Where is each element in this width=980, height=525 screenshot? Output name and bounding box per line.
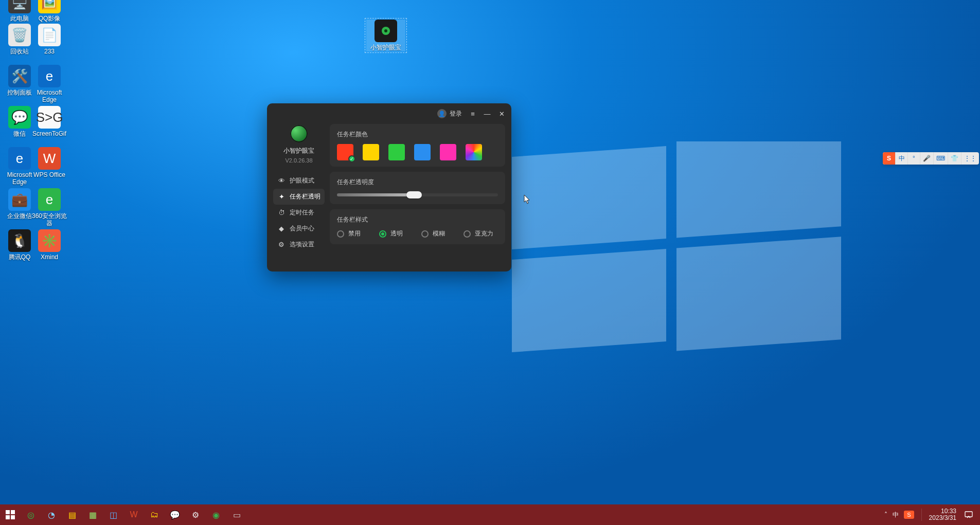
tray-clock[interactable]: 10:33 2023/3/31 <box>929 508 956 521</box>
tray-chevron-up-icon[interactable]: ˄ <box>884 511 887 518</box>
taskbar-app-wps[interactable]: W <box>123 504 144 525</box>
panel-taskbar-transparency: 任务栏透明度 <box>330 172 505 204</box>
textfile-icon: 📄 <box>38 24 61 46</box>
ime-toolbar[interactable]: S 中 ° 🎤 ⌨ 👕 ⋮⋮ <box>883 152 979 165</box>
app-titlebar[interactable]: 👤 登录 ≡ — ✕ <box>267 103 511 124</box>
desktop-icon-qqimage[interactable]: 🖼️ QQ影像 <box>30 0 69 23</box>
icon-label: 360安全浏览器 <box>30 213 69 227</box>
taskbar-app-settings[interactable]: ⚙ <box>185 504 206 525</box>
menu-taskbar-transparency[interactable]: ✦ 任务栏透明 <box>273 189 325 205</box>
xmind-icon: ✳️ <box>38 229 61 252</box>
ime-keyboard-icon[interactable]: ⌨ <box>933 152 948 165</box>
menu-eye-mode[interactable]: 👁 护眼模式 <box>273 173 325 189</box>
svg-rect-2 <box>512 249 666 352</box>
taskbar-app-360[interactable]: ◎ <box>21 504 41 525</box>
app-content: 任务栏颜色 ✓ 任务栏透明度 <box>330 124 505 265</box>
taskbar-app-eye-protector[interactable]: ◉ <box>206 504 226 525</box>
login-label: 登录 <box>450 110 462 118</box>
ime-more-icon[interactable]: ⋮⋮ <box>961 152 979 165</box>
desktop-icon-360-browser[interactable]: e 360安全浏览器 <box>30 188 69 227</box>
radio-label: 亚克力 <box>475 229 493 238</box>
menu-label: 定时任务 <box>290 208 314 217</box>
desktop-icon-edge-1[interactable]: e Microsoft Edge <box>30 65 69 104</box>
swatch-blue[interactable] <box>414 144 431 160</box>
svg-rect-7 <box>6 510 10 514</box>
diamond-icon: ◆ <box>277 225 286 233</box>
wps-icon: W <box>38 147 61 170</box>
sparkle-icon: ✦ <box>277 193 286 201</box>
radio-dot-icon <box>464 230 471 238</box>
radio-label: 透明 <box>390 229 403 238</box>
menu-scheduled-tasks[interactable]: ⏱ 定时任务 <box>273 205 325 221</box>
app-logo-icon <box>290 125 308 142</box>
ime-voice-icon[interactable]: 🎤 <box>920 152 933 165</box>
slider-thumb[interactable] <box>406 191 422 198</box>
taskbar-app-wechat[interactable]: 💬 <box>165 504 185 525</box>
panel-title: 任务栏样式 <box>337 215 498 224</box>
recycle-icon: 🗑️ <box>8 24 31 46</box>
tray-ime-brand-icon[interactable]: S <box>904 511 914 519</box>
svg-rect-3 <box>676 237 841 351</box>
style-radio-group: 禁用 透明 模糊 亚克力 <box>337 229 498 238</box>
start-button[interactable] <box>0 504 21 525</box>
desktop-icon-xmind[interactable]: ✳️ Xmind <box>30 229 69 261</box>
svg-rect-0 <box>512 146 666 249</box>
radio-label: 模糊 <box>433 229 445 238</box>
menu-member-center[interactable]: ◆ 会员中心 <box>273 221 325 237</box>
tray-notifications[interactable] <box>961 504 976 525</box>
login-button[interactable]: 👤 登录 <box>437 109 462 118</box>
user-icon: 👤 <box>437 109 447 118</box>
icon-label: ScreenToGif <box>30 131 69 138</box>
taskbar-app-generic-2[interactable]: ▭ <box>226 504 247 525</box>
app-version: V2.0.26.38 <box>285 157 312 164</box>
radio-label: 禁用 <box>348 229 361 238</box>
system-tray[interactable]: ˄ 中 S 10:33 2023/3/31 <box>880 504 980 525</box>
taskbar-app-edge[interactable]: ◔ <box>41 504 62 525</box>
qqimage-icon: 🖼️ <box>38 0 61 13</box>
taskbar[interactable]: ◎ ◔ ▤ ▦ ◫ W 🗂 💬 ⚙ ◉ ▭ ˄ 中 S 10:33 2023/3… <box>0 504 980 525</box>
menu-label: 任务栏透明 <box>290 192 320 201</box>
radio-blur[interactable]: 模糊 <box>421 229 445 238</box>
ime-skin-icon[interactable]: 👕 <box>948 152 961 165</box>
app-brand: 小智护眼宝 V2.0.26.38 <box>283 124 314 164</box>
menu-label: 会员中心 <box>290 224 314 233</box>
swatch-red[interactable]: ✓ <box>337 144 353 160</box>
browser-360-icon: e <box>38 188 61 211</box>
panel-taskbar-style: 任务栏样式 禁用 透明 模糊 <box>330 209 505 244</box>
radio-transparent[interactable]: 透明 <box>379 229 403 238</box>
qq-icon: 🐧 <box>8 229 31 252</box>
ime-brand-icon[interactable]: S <box>883 152 895 165</box>
ime-lang[interactable]: 中 <box>895 152 907 165</box>
desktop-icon-screentogif[interactable]: S>G ScreenToGif <box>30 106 69 138</box>
radio-acrylic[interactable]: 亚克力 <box>464 229 493 238</box>
swatch-green[interactable] <box>388 144 405 160</box>
tray-lang[interactable]: 中 <box>893 511 899 519</box>
icon-label: 233 <box>30 48 69 56</box>
gear-icon: ⚙ <box>277 241 286 249</box>
close-icon[interactable]: ✕ <box>498 110 505 117</box>
swatch-yellow[interactable] <box>363 144 379 160</box>
hamburger-icon[interactable]: ≡ <box>469 110 476 117</box>
desktop-icon-233-txt[interactable]: 📄 233 <box>30 24 69 56</box>
taskbar-app-generic-1[interactable]: ◫ <box>103 504 123 525</box>
minimize-icon[interactable]: — <box>484 110 491 117</box>
desktop-icon-xiaozhi-eye[interactable]: 小智护眼宝 <box>366 20 405 51</box>
ime-punct[interactable]: ° <box>907 152 920 165</box>
swatch-rainbow[interactable] <box>466 144 482 160</box>
edge-icon: e <box>38 65 61 87</box>
transparency-slider[interactable] <box>337 192 498 198</box>
radio-disabled[interactable]: 禁用 <box>337 229 361 238</box>
slider-fill <box>337 193 414 196</box>
svg-rect-8 <box>11 510 15 514</box>
swatch-magenta[interactable] <box>440 144 456 160</box>
menu-label: 选项设置 <box>290 240 314 249</box>
taskbar-app-image[interactable]: ▦ <box>82 504 103 525</box>
taskbar-app-explorer-2[interactable]: 🗂 <box>144 504 165 525</box>
taskbar-app-explorer-1[interactable]: ▤ <box>62 504 82 525</box>
menu-label: 护眼模式 <box>290 176 314 185</box>
icon-label: Xmind <box>30 254 69 261</box>
desktop[interactable]: 🖥️ 此电脑 🖼️ QQ影像 🗑️ 回收站 📄 233 🛠️ 控制面板 e Mi… <box>0 0 980 525</box>
radio-dot-icon <box>379 230 386 238</box>
desktop-icon-wps[interactable]: W WPS Office <box>30 147 69 179</box>
menu-settings[interactable]: ⚙ 选项设置 <box>273 237 325 252</box>
